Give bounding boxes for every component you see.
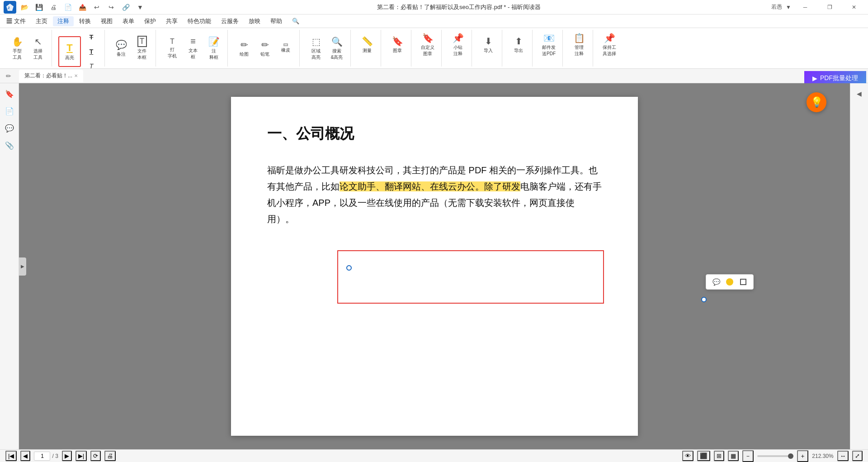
sidebar-bookmark-icon[interactable]: 🔖 xyxy=(3,87,16,100)
fit-width-button[interactable]: ↔ xyxy=(837,451,849,461)
text-box-button[interactable]: T 文件本框 xyxy=(132,34,152,62)
export-ribbon-button[interactable]: ⬆ 导出 xyxy=(509,31,528,59)
draw-button[interactable]: ✏ 绘图 xyxy=(234,34,254,62)
area-highlight-button[interactable]: ⬚ 区域高亮 xyxy=(306,34,326,62)
ann-chat-button[interactable]: 💬 xyxy=(710,276,722,287)
export-button[interactable]: 📤 xyxy=(76,2,89,12)
zoom-slider[interactable] xyxy=(757,455,793,457)
menu-hamburger[interactable]: ☰ 文件 xyxy=(2,16,30,26)
email-pdf-button[interactable]: 📧 邮件发送PDF xyxy=(539,31,559,59)
right-toggle-icon[interactable]: ◀ xyxy=(853,87,866,100)
import-button[interactable]: ⬇ 导入 xyxy=(478,31,498,59)
next-page-button[interactable]: ▶ xyxy=(62,451,72,461)
select-tool-button[interactable]: ↖ 选择工具 xyxy=(28,34,48,62)
search-highlight-icon: 🔍 xyxy=(331,36,343,47)
rotate-button[interactable]: ⟳ xyxy=(90,451,101,461)
menu-special[interactable]: 特色功能 xyxy=(183,16,216,26)
share-button[interactable]: 🔗 xyxy=(119,2,132,12)
select-label: 选择工具 xyxy=(33,48,42,61)
typewriter-button[interactable]: T 打字机 xyxy=(162,34,182,62)
open-button[interactable]: 📂 xyxy=(18,2,31,12)
ribbon-col-hl: T 高亮 xyxy=(58,36,81,67)
user-avatar-icon: ▼ xyxy=(786,4,791,10)
sidebar-pages-icon[interactable]: 📄 xyxy=(3,104,16,118)
stamp-button[interactable]: 🔖 图章 xyxy=(387,31,407,59)
ribbon-btns-typewriter: T 打字机 ≡ 文本框 📝 注释框 xyxy=(162,31,224,66)
manage-annotation-button[interactable]: 📋 管理注释 xyxy=(569,31,589,59)
print-status-button[interactable]: 🖨 xyxy=(104,451,116,461)
strikethrough-button[interactable]: T xyxy=(82,31,101,43)
measure-button[interactable]: 📏 测量 xyxy=(357,31,377,59)
save-button[interactable]: 💾 xyxy=(33,2,45,12)
highlight-button[interactable]: T 高亮 xyxy=(58,36,81,67)
menu-help[interactable]: 帮助 xyxy=(266,16,287,26)
status-right: 👁 ⬛ ⊞ ▦ － ＋ 212.30% ↔ ⤢ xyxy=(682,450,863,462)
minimize-button[interactable]: ─ xyxy=(795,0,816,14)
eye-button[interactable]: 👁 xyxy=(682,451,693,461)
menu-annotation[interactable]: 注释 xyxy=(53,16,74,26)
keep-select-label: 保持工具选择 xyxy=(603,44,616,57)
menu-search[interactable]: 🔍 xyxy=(288,17,304,25)
menu-present[interactable]: 放映 xyxy=(244,16,265,26)
dropdown-btn[interactable]: ▼ xyxy=(134,2,146,12)
selection-handle-top[interactable] xyxy=(346,265,352,271)
eraser-label: 橡皮 xyxy=(281,47,290,53)
sidebar-comment-icon[interactable]: 💬 xyxy=(3,121,16,135)
page-number-input[interactable] xyxy=(34,452,50,461)
ribbon-group-draw: ✏ 绘图 ✏ 铅笔 橡皮 xyxy=(231,30,300,67)
menu-home[interactable]: 主页 xyxy=(31,16,52,26)
manage-annotation-icon: 📋 xyxy=(574,33,585,43)
tab-bar-right: ⊞ ☐ ▶ PDF批量处理 xyxy=(83,71,866,81)
pencil-button[interactable]: ✏ 铅笔 xyxy=(255,34,275,62)
annotation-mode-icon[interactable]: ✏ xyxy=(2,69,15,83)
lightbulb-fab-button[interactable]: 💡 xyxy=(807,92,826,112)
underline-button[interactable]: T xyxy=(82,45,101,58)
search-highlight-button[interactable]: 🔍 搜索&高亮 xyxy=(327,34,347,62)
next-page-end-button[interactable]: ▶| xyxy=(75,451,87,461)
hand-icon: ✋ xyxy=(12,36,23,47)
tab-item-main[interactable]: 第二看：必看贴！... ✕ xyxy=(19,70,83,82)
undo-button[interactable]: ↩ xyxy=(90,2,103,12)
ann-color-circle[interactable] xyxy=(726,278,733,286)
open-file-button[interactable]: 📄 xyxy=(61,2,74,12)
annotation-frame-button[interactable]: 📝 注释框 xyxy=(204,34,224,62)
view-mode-3-button[interactable]: ▦ xyxy=(728,451,739,461)
sidebar-attachment-icon[interactable]: 📎 xyxy=(3,138,16,152)
ribbon-group-manage: 📋 管理注释 xyxy=(566,30,593,67)
menu-share[interactable]: 共享 xyxy=(161,16,182,26)
menu-cloud[interactable]: 云服务 xyxy=(217,16,243,26)
menu-form[interactable]: 表单 xyxy=(118,16,139,26)
menu-view[interactable]: 视图 xyxy=(96,16,117,26)
sticky-note-button[interactable]: 💬 备注 xyxy=(111,34,131,62)
restore-button[interactable]: ❐ xyxy=(819,0,840,14)
menu-protect[interactable]: 保护 xyxy=(140,16,160,26)
pdf-viewer[interactable]: 💡 一、公司概况 福昕是做办公工具研发科技公司，其主打的产品是 PDF 相关的一… xyxy=(19,83,850,449)
view-mode-1-button[interactable]: ⬛ xyxy=(697,451,710,461)
tab-close-button[interactable]: ✕ xyxy=(74,73,78,78)
ann-square-button[interactable] xyxy=(737,276,750,287)
prev-page-start-button[interactable]: |◀ xyxy=(5,451,17,461)
selection-handle-bottom[interactable] xyxy=(701,297,707,302)
eraser-button[interactable]: 橡皮 xyxy=(276,34,296,62)
sidebar-collapse-button[interactable]: ▶ xyxy=(19,257,26,276)
close-button[interactable]: ✕ xyxy=(844,0,864,14)
annotation-frame-icon: 📝 xyxy=(208,36,220,47)
menu-convert[interactable]: 转换 xyxy=(75,16,95,26)
ribbon-col-tf: T T T xyxy=(82,31,101,72)
import-icon: ⬇ xyxy=(485,36,492,47)
zoom-in-button[interactable]: ＋ xyxy=(797,450,808,462)
hand-tool-button[interactable]: ✋ 手型工具 xyxy=(7,34,27,62)
print-button[interactable]: 🖨 xyxy=(47,2,60,12)
small-note-icon: 📌 xyxy=(453,33,464,43)
area-highlight-icon: ⬚ xyxy=(312,36,321,47)
keep-select-button[interactable]: 📌 保持工具选择 xyxy=(599,31,619,59)
fullscreen-button[interactable]: ⤢ xyxy=(852,451,863,461)
selection-box xyxy=(337,250,604,304)
small-note-button[interactable]: 📌 小钻注释 xyxy=(448,31,468,59)
redo-button[interactable]: ↪ xyxy=(105,2,118,12)
prev-page-button[interactable]: ◀ xyxy=(20,451,30,461)
custom-stamp-button[interactable]: 🔖 自定义图章 xyxy=(418,31,438,59)
text-frame-button[interactable]: ≡ 文本框 xyxy=(183,34,203,62)
zoom-out-button[interactable]: － xyxy=(742,450,754,462)
view-mode-2-button[interactable]: ⊞ xyxy=(714,451,724,461)
